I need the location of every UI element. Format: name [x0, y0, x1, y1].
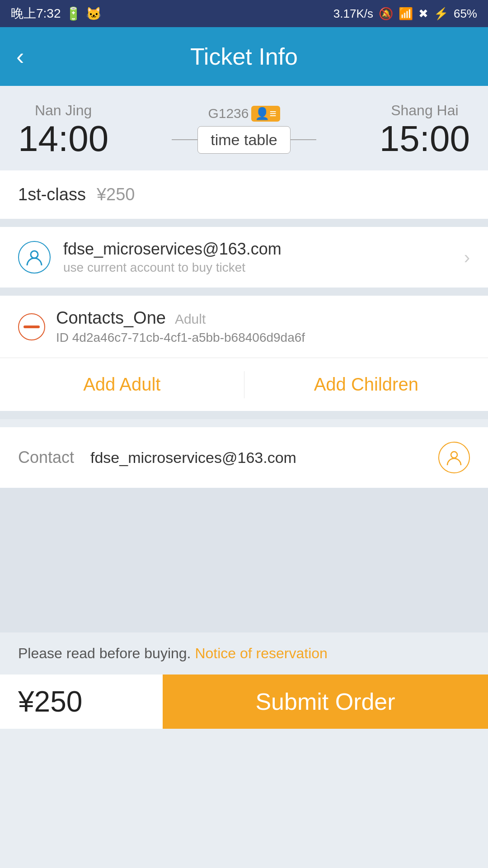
ticket-price: ¥250: [97, 185, 135, 204]
add-children-button[interactable]: Add Children: [244, 358, 488, 411]
status-right: 3.17K/s 🔕 📶 ✖ ⚡ 65%: [333, 7, 477, 21]
train-route-row: time table: [172, 126, 316, 154]
battery-icon: 🔋: [66, 6, 81, 21]
class-price-row: 1st-class ¥250: [0, 170, 488, 219]
account-icon: [18, 241, 51, 274]
divider-2: [0, 288, 488, 296]
cat-icon: 🐱: [86, 6, 102, 21]
wifi-icon: 📶: [399, 7, 413, 21]
contact-email: fdse_microservices@163.com: [90, 449, 438, 467]
page-title: Ticket Info: [190, 43, 298, 70]
contact-row: Contact fdse_microservices@163.com: [0, 427, 488, 488]
contact-label: Contact: [18, 448, 90, 467]
network-speed: 3.17K/s: [333, 7, 373, 21]
passenger-row: Contacts_One Adult ID 4d2a46c7-71cb-4cf1…: [0, 296, 488, 358]
bottom-price: ¥250: [0, 685, 163, 718]
back-button[interactable]: ‹: [16, 43, 24, 70]
svg-point-2: [451, 452, 457, 458]
destination-time: 15:00: [380, 121, 470, 157]
divider-1: [0, 219, 488, 227]
train-center-block: G1236 👤≡ time table: [172, 106, 316, 154]
train-number: G1236: [208, 106, 249, 121]
route-line-right: [291, 139, 316, 140]
account-subtext: use current account to buy ticket: [63, 260, 451, 275]
route-line-left: [172, 139, 197, 140]
status-time: 晚上7:32: [11, 5, 61, 22]
train-id-icon: 👤≡: [251, 106, 280, 122]
remove-passenger-button[interactable]: [18, 313, 45, 340]
contact-person-button[interactable]: [438, 442, 470, 473]
passenger-name-row: Contacts_One Adult: [56, 308, 470, 328]
status-bar: 晚上7:32 🔋 🐱 3.17K/s 🔕 📶 ✖ ⚡ 65%: [0, 0, 488, 27]
empty-area: [0, 488, 488, 632]
user-circle-icon: [25, 248, 43, 266]
notice-prefix: Please read before buying.: [18, 645, 191, 661]
add-adult-button[interactable]: Add Adult: [0, 358, 244, 411]
header: ‹ Ticket Info: [0, 27, 488, 86]
notice-link[interactable]: Notice of reservation: [195, 645, 327, 661]
passenger-type: Adult: [175, 311, 206, 327]
person-icon: [446, 449, 463, 466]
passenger-name: Contacts_One: [56, 308, 166, 328]
bell-icon: 🔕: [379, 7, 393, 21]
account-chevron-icon: ›: [464, 247, 470, 268]
add-buttons-row: Add Adult Add Children: [0, 358, 488, 411]
train-info-card: Nan Jing 14:00 G1236 👤≡ time table Shang…: [0, 86, 488, 170]
account-info: fdse_microservices@163.com use current a…: [63, 240, 451, 275]
battery-percent: 65%: [454, 7, 477, 21]
svg-point-0: [31, 251, 38, 258]
origin-station: Nan Jing 14:00: [18, 102, 108, 157]
passenger-id: ID 4d2a46c7-71cb-4cf1-a5bb-b68406d9da6f: [56, 330, 470, 345]
time-table-button[interactable]: time table: [197, 126, 290, 154]
account-email: fdse_microservices@163.com: [63, 240, 451, 259]
origin-time: 14:00: [18, 121, 108, 157]
destination-station: Shang Hai 15:00: [380, 102, 470, 157]
bottom-bar: ¥250 Submit Order: [0, 675, 488, 729]
class-label: 1st-class: [18, 185, 86, 204]
notice-row: Please read before buying. Notice of res…: [0, 632, 488, 675]
submit-order-button[interactable]: Submit Order: [163, 675, 488, 729]
passenger-info: Contacts_One Adult ID 4d2a46c7-71cb-4cf1…: [56, 308, 470, 345]
destination-city: Shang Hai: [391, 102, 458, 119]
divider-4: [0, 411, 488, 419]
account-row[interactable]: fdse_microservices@163.com use current a…: [0, 227, 488, 288]
bolt-icon: ⚡: [434, 7, 448, 21]
svg-rect-1: [23, 326, 40, 328]
origin-city: Nan Jing: [35, 102, 92, 119]
minus-icon: [23, 326, 40, 328]
sim-icon: ✖: [418, 7, 428, 21]
status-left: 晚上7:32 🔋 🐱: [11, 5, 102, 22]
train-number-row: G1236 👤≡: [208, 106, 280, 122]
